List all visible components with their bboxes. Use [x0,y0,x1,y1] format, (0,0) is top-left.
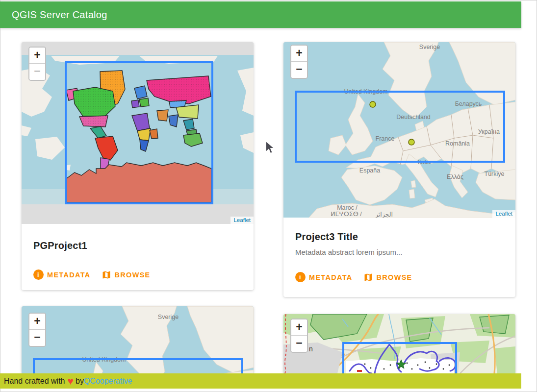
map-icon [363,272,373,282]
world-map-svg [22,42,254,224]
map-preview-europe[interactable]: Sverige United Kingdom Беларусь Deutschl… [283,42,515,218]
qcooperative-link[interactable]: QCooperative [84,377,132,386]
project-title: Project3 Title [295,231,504,243]
svg-text:France: France [376,135,395,142]
zoom-out-button[interactable]: − [291,336,307,352]
leaflet-link[interactable]: Leaflet [495,211,512,217]
map-preview-world[interactable]: + − Leaflet [22,42,254,224]
metadata-button[interactable]: i METADATA [33,270,91,280]
map-preview-streets[interactable]: n + [283,314,515,373]
project-card-project3: Sverige United Kingdom Беларусь Deutschl… [283,42,515,297]
heart-icon: ♥ [68,376,74,386]
footer-text: Hand crafted with [4,377,65,386]
info-icon: i [33,270,44,280]
svg-text:Беларусь: Беларусь [455,100,482,107]
zoom-in-button[interactable]: + [291,319,307,336]
project-title: PGProject1 [33,240,242,251]
svg-text:România: România [445,140,470,147]
zoom-in-button[interactable]: + [291,46,307,62]
qgis-server-catalog-page: QGIS Server Catalog [0,0,537,392]
leaflet-attribution: Leaflet [230,217,254,224]
project-card-third: Sverige United Kingdom + − [22,306,254,373]
map-preview-europe-2[interactable]: Sverige United Kingdom + − [22,306,254,373]
europe-map-svg: Sverige United Kingdom [22,306,254,373]
zoom-out-button[interactable]: − [29,64,45,80]
zoom-in-button[interactable]: + [29,48,45,64]
svg-text:الجزائر: الجزائر [375,211,393,218]
zoom-out-button[interactable]: − [29,330,45,346]
svg-text:Україна: Україна [478,128,500,135]
map-icon [102,270,111,280]
app-header: QGIS Server Catalog [0,1,521,28]
svg-text:Türkiye: Türkiye [485,171,505,177]
page-title: QGIS Server Catalog [0,1,521,28]
project-abstract: Metadata abstract lorem ipsum... [295,248,504,256]
metadata-button[interactable]: i METADATA [295,272,353,282]
svg-text:Sverige: Sverige [419,44,440,50]
zoom-control: + − [290,45,308,79]
svg-text:Sverige: Sverige [158,314,179,320]
metadata-button-label: METADATA [309,273,353,281]
svg-text:Ελλάς: Ελλάς [447,173,463,180]
partial-place-label: n [309,345,313,353]
zoom-control: + − [28,47,46,81]
info-icon: i [295,272,306,282]
zoom-out-button[interactable]: − [291,62,307,78]
svg-text:Maroc /: Maroc / [337,204,358,211]
zoom-control: + − [290,318,308,353]
feature-marker-italy[interactable] [409,139,414,145]
browse-button-label: BROWSE [377,273,412,281]
leaflet-link[interactable]: Leaflet [233,217,251,223]
svg-text:ⵍⵎⵖⵔⵉⴱ /: ⵍⵎⵖⵔⵉⴱ / [331,211,362,218]
zoom-in-button[interactable]: + [29,314,45,330]
app-footer: Hand crafted with ♥ by QCooperative [0,373,521,389]
metadata-button-label: METADATA [47,271,91,279]
zoom-control: + − [28,313,46,347]
europe-map-svg: Sverige United Kingdom Беларусь Deutschl… [283,42,515,218]
browse-button[interactable]: BROWSE [363,272,412,282]
mouse-cursor-icon [265,141,276,155]
red-road-segment [357,370,362,372]
project-card-pgproject1: + − Leaflet PGProject1 i METADATA BROWSE [22,42,254,290]
browse-button[interactable]: BROWSE [102,270,151,280]
leaflet-attribution: Leaflet [492,210,515,218]
svg-text:Deutschland: Deutschland [396,114,431,121]
footer-by-text: by [76,377,84,386]
browse-button-label: BROWSE [115,271,151,279]
svg-text:España: España [359,167,380,174]
feature-marker-uk[interactable] [370,101,376,107]
street-map-svg: n [283,314,515,373]
project-card-fourth: n + [283,314,515,373]
